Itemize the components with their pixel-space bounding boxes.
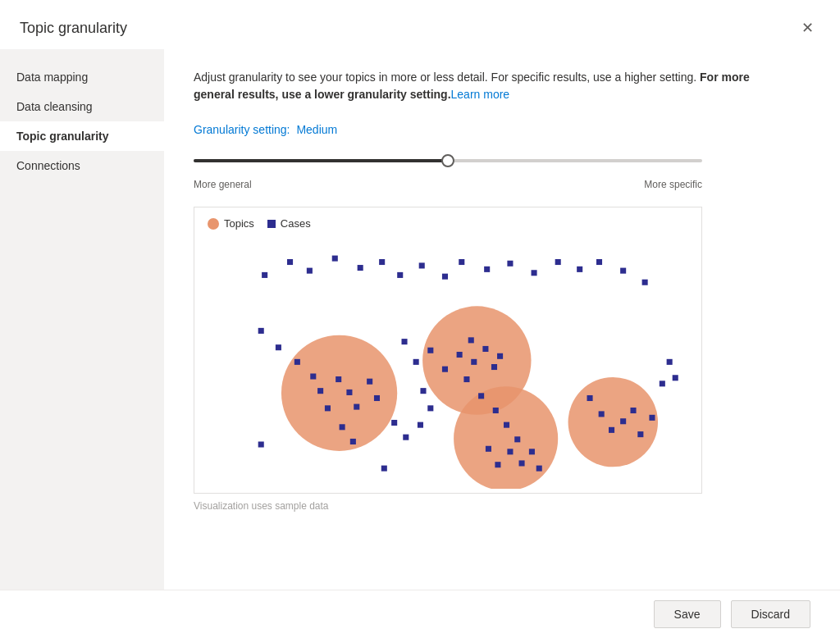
granularity-label: Granularity setting: Medium xyxy=(194,123,810,136)
svg-rect-8 xyxy=(358,265,363,271)
description-text: Adjust granularity to see your topics in… xyxy=(194,69,751,103)
svg-rect-26 xyxy=(317,388,323,394)
svg-rect-41 xyxy=(468,337,474,343)
dialog-title: Topic granularity xyxy=(20,20,127,37)
svg-rect-59 xyxy=(403,435,409,440)
svg-rect-25 xyxy=(310,373,316,379)
svg-rect-44 xyxy=(491,364,497,370)
svg-rect-50 xyxy=(514,436,520,442)
svg-rect-54 xyxy=(495,462,500,467)
svg-rect-10 xyxy=(397,272,403,278)
sidebar: Data mapping Data cleansing Topic granul… xyxy=(0,49,164,590)
svg-rect-55 xyxy=(486,446,491,452)
svg-rect-57 xyxy=(427,405,433,411)
legend-square-icon xyxy=(267,220,276,228)
main-content: Adjust granularity to see your topics in… xyxy=(164,49,840,590)
svg-rect-72 xyxy=(536,466,542,472)
legend-topics: Topics xyxy=(208,217,254,230)
svg-rect-51 xyxy=(507,449,513,454)
legend-cases-label: Cases xyxy=(281,217,311,230)
svg-rect-22 xyxy=(258,328,264,334)
svg-rect-9 xyxy=(379,259,385,265)
svg-rect-64 xyxy=(620,418,626,424)
svg-rect-67 xyxy=(649,415,655,421)
svg-rect-6 xyxy=(307,268,313,274)
close-icon: ✕ xyxy=(801,19,814,37)
svg-rect-61 xyxy=(587,395,593,401)
discard-button[interactable]: Discard xyxy=(731,600,810,628)
sidebar-item-data-mapping[interactable]: Data mapping xyxy=(0,62,164,92)
svg-rect-18 xyxy=(577,267,582,272)
slider-thumb[interactable] xyxy=(441,154,454,167)
svg-rect-60 xyxy=(391,420,397,426)
svg-rect-53 xyxy=(529,449,535,454)
svg-rect-38 xyxy=(427,348,433,353)
slider-track[interactable] xyxy=(194,159,702,162)
svg-rect-30 xyxy=(354,404,359,410)
svg-rect-42 xyxy=(471,359,477,365)
sidebar-item-connections[interactable]: Connections xyxy=(0,151,164,180)
save-button[interactable]: Save xyxy=(654,600,721,628)
svg-rect-19 xyxy=(596,259,602,265)
sidebar-item-topic-granularity[interactable]: Topic granularity xyxy=(0,121,164,151)
slider-container xyxy=(194,149,702,172)
dialog-footer: Save Discard xyxy=(0,590,840,638)
svg-rect-11 xyxy=(419,262,425,268)
svg-rect-49 xyxy=(504,422,509,428)
svg-rect-58 xyxy=(418,422,423,428)
slider-min-label: More general xyxy=(194,179,252,190)
svg-rect-31 xyxy=(367,379,372,385)
svg-rect-17 xyxy=(555,259,561,265)
dialog-body: Data mapping Data cleansing Topic granul… xyxy=(0,49,840,590)
chart-container: Topics Cases xyxy=(194,207,702,494)
svg-rect-71 xyxy=(381,466,387,472)
svg-rect-27 xyxy=(325,405,331,411)
legend-cases: Cases xyxy=(267,217,311,230)
svg-point-0 xyxy=(281,335,397,451)
svg-rect-66 xyxy=(637,431,643,437)
svg-rect-4 xyxy=(262,272,267,278)
svg-rect-7 xyxy=(332,256,338,262)
svg-rect-23 xyxy=(276,344,281,350)
svg-rect-37 xyxy=(413,359,419,365)
svg-rect-28 xyxy=(336,376,341,382)
svg-rect-24 xyxy=(294,359,300,365)
svg-rect-12 xyxy=(442,274,448,280)
svg-rect-15 xyxy=(507,261,513,267)
svg-rect-52 xyxy=(519,460,525,466)
svg-rect-20 xyxy=(620,268,626,274)
slider-max-label: More specific xyxy=(644,179,702,190)
svg-rect-68 xyxy=(660,381,665,386)
close-button[interactable]: ✕ xyxy=(794,15,820,41)
svg-rect-32 xyxy=(374,395,380,401)
slider-labels: More general More specific xyxy=(194,179,702,190)
svg-rect-62 xyxy=(599,411,605,417)
svg-rect-5 xyxy=(287,259,293,265)
svg-rect-47 xyxy=(478,393,484,399)
settings-dialog: Topic granularity ✕ Data mapping Data cl… xyxy=(0,0,840,638)
svg-point-3 xyxy=(568,377,658,467)
slider-fill xyxy=(194,159,448,162)
legend-circle-icon xyxy=(208,218,219,230)
svg-rect-13 xyxy=(459,259,464,265)
svg-rect-16 xyxy=(532,270,537,276)
chart-legend: Topics Cases xyxy=(194,207,701,239)
sidebar-item-data-cleansing[interactable]: Data cleansing xyxy=(0,92,164,121)
dialog-header: Topic granularity ✕ xyxy=(0,0,840,49)
svg-rect-40 xyxy=(457,352,463,358)
svg-rect-29 xyxy=(346,390,352,395)
svg-rect-45 xyxy=(497,353,503,359)
svg-point-2 xyxy=(454,386,558,489)
chart-note: Visualization uses sample data xyxy=(194,500,702,512)
svg-rect-21 xyxy=(642,280,648,285)
chart-svg xyxy=(194,239,701,489)
svg-rect-69 xyxy=(667,359,673,365)
learn-more-link[interactable]: Learn more xyxy=(451,88,510,101)
svg-rect-63 xyxy=(609,427,614,433)
svg-rect-36 xyxy=(401,339,407,344)
svg-rect-56 xyxy=(420,388,426,394)
svg-rect-33 xyxy=(340,424,345,430)
svg-rect-46 xyxy=(463,376,469,382)
granularity-value: Medium xyxy=(296,123,337,136)
svg-rect-35 xyxy=(258,441,264,447)
